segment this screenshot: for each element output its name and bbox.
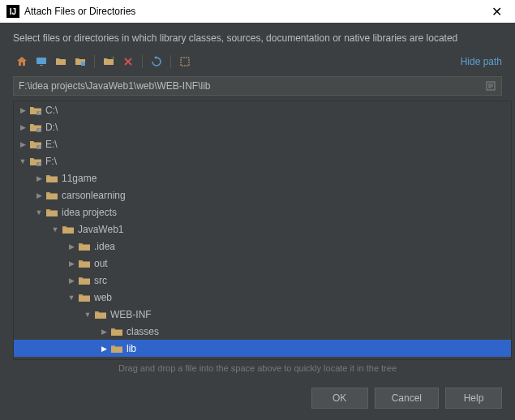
new-folder-icon[interactable]: + (100, 54, 118, 70)
folder-icon (78, 292, 91, 303)
chevron-down-icon[interactable]: ▼ (82, 311, 93, 319)
project-icon[interactable] (52, 54, 70, 70)
folder-icon (110, 343, 123, 354)
tree-row[interactable]: ▼web (14, 289, 511, 306)
chevron-down-icon[interactable]: ▼ (17, 157, 28, 165)
tree-label: src (94, 275, 107, 286)
drive-icon (29, 122, 42, 133)
titlebar: IJ Attach Files or Directories ✕ (0, 0, 515, 23)
svg-point-13 (39, 163, 41, 165)
chevron-right-icon[interactable]: ▶ (98, 328, 109, 336)
tree-label: WEB-INF (110, 309, 152, 320)
folder-icon (45, 207, 58, 218)
delete-icon[interactable] (119, 54, 137, 70)
svg-rect-0 (36, 58, 46, 64)
chevron-right-icon[interactable]: ▶ (66, 276, 77, 285)
folder-icon (78, 275, 91, 286)
tree-row[interactable]: ▶11game (14, 169, 511, 186)
help-button[interactable]: Help (445, 388, 502, 409)
chevron-down-icon[interactable]: ▼ (33, 208, 45, 216)
tree-label: classes (127, 326, 159, 337)
tree-row[interactable]: ▶intellij idea 15.0.3 ( Community ) (14, 357, 511, 359)
tree-label: E:\ (45, 139, 58, 150)
folder-icon (45, 190, 58, 201)
tree-label: D:\ (45, 122, 58, 133)
ok-button[interactable]: OK (311, 388, 368, 409)
tree-label: lib (127, 343, 136, 354)
tree-label: F:\ (45, 156, 57, 167)
show-hidden-icon[interactable] (176, 54, 194, 70)
desktop-icon[interactable] (32, 54, 50, 70)
module-icon[interactable] (71, 54, 89, 70)
drive-icon (29, 105, 42, 116)
chevron-right-icon[interactable]: ▶ (33, 191, 45, 199)
tree-row[interactable]: ▶C:\ (14, 101, 511, 118)
folder-icon (94, 309, 107, 320)
tree-row[interactable]: ▼F:\ (14, 152, 511, 169)
tree-label: carsonlearning (62, 190, 126, 201)
folder-icon (45, 173, 58, 184)
svg-point-11 (39, 146, 41, 148)
hide-path-link[interactable]: Hide path (461, 56, 502, 67)
toolbar-separator (142, 55, 143, 68)
chevron-right-icon[interactable]: ▶ (17, 140, 28, 148)
svg-point-9 (39, 129, 41, 131)
path-value: F:\idea projects\JavaWeb1\web\WEB-INF\li… (19, 80, 485, 92)
chevron-down-icon[interactable]: ▼ (66, 294, 77, 302)
drive-icon (29, 156, 42, 167)
cancel-button[interactable]: Cancel (375, 388, 439, 409)
svg-rect-2 (81, 62, 85, 66)
chevron-right-icon[interactable]: ▶ (66, 259, 77, 268)
drive-icon (29, 139, 42, 150)
tree-row[interactable]: ▼WEB-INF (14, 306, 511, 323)
tree-label: JavaWeb1 (78, 224, 123, 235)
tree-row[interactable]: ▶src (14, 272, 511, 289)
tree-row[interactable]: ▶D:\ (14, 118, 511, 135)
tree-label: web (94, 292, 112, 303)
app-icon: IJ (6, 5, 19, 18)
tree-label: out (94, 258, 108, 269)
chevron-right-icon[interactable]: ▶ (17, 106, 28, 114)
close-icon[interactable]: ✕ (485, 4, 509, 19)
button-bar: OK Cancel Help (0, 379, 515, 420)
toolbar-separator (170, 55, 171, 68)
chevron-down-icon[interactable]: ▼ (49, 225, 61, 234)
chevron-right-icon[interactable]: ▶ (66, 242, 77, 251)
chevron-right-icon[interactable]: ▶ (33, 174, 45, 182)
home-icon[interactable] (13, 54, 31, 70)
svg-point-7 (39, 112, 41, 114)
path-input[interactable]: F:\idea projects\JavaWeb1\web\WEB-INF\li… (13, 76, 502, 96)
tree-row[interactable]: ▶E:\ (14, 135, 511, 152)
tree-row[interactable]: ▶.idea (14, 238, 511, 255)
tree-label: .idea (94, 241, 115, 252)
tree-label: 11game (62, 173, 97, 184)
toolbar: + Hide path (0, 50, 515, 76)
window-title: Attach Files or Directories (24, 6, 135, 17)
folder-icon (62, 224, 75, 235)
tree-row[interactable]: ▶classes (14, 323, 511, 340)
history-icon[interactable] (485, 80, 496, 92)
svg-text:+: + (111, 55, 115, 62)
description-text: Select files or directories in which lib… (0, 23, 515, 50)
svg-rect-4 (181, 58, 189, 66)
svg-rect-10 (36, 145, 41, 149)
tree-container: ▶C:\▶D:\▶E:\▼F:\▶11game▶carsonlearning▼i… (13, 101, 512, 360)
toolbar-separator (94, 55, 95, 68)
chevron-right-icon[interactable]: ▶ (17, 123, 28, 131)
svg-rect-12 (36, 162, 41, 166)
folder-icon (78, 258, 91, 269)
file-tree[interactable]: ▶C:\▶D:\▶E:\▼F:\▶11game▶carsonlearning▼i… (14, 101, 511, 359)
svg-rect-6 (36, 111, 41, 115)
hint-text: Drag and drop a file into the space abov… (0, 360, 515, 379)
chevron-right-icon[interactable]: ▶ (98, 345, 109, 353)
tree-row[interactable]: ▶lib (14, 340, 511, 357)
folder-icon (110, 326, 123, 337)
tree-row[interactable]: ▼idea projects (14, 204, 511, 221)
tree-row[interactable]: ▶carsonlearning (14, 186, 511, 204)
tree-row[interactable]: ▶out (14, 255, 511, 272)
refresh-icon[interactable] (148, 54, 165, 70)
svg-rect-1 (40, 65, 43, 66)
tree-label: idea projects (62, 207, 117, 218)
tree-label: C:\ (45, 105, 58, 116)
tree-row[interactable]: ▼JavaWeb1 (14, 221, 511, 238)
